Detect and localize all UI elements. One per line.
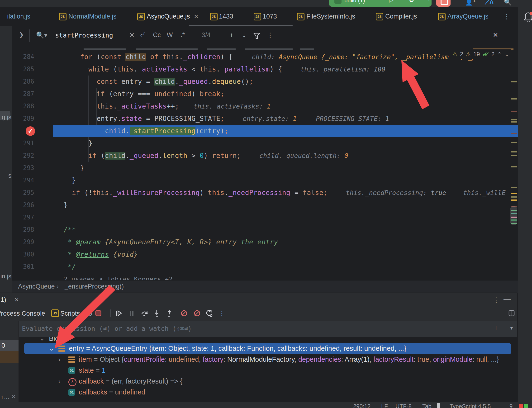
tab-filesysteminfo-js[interactable]: FileSystemInfo.js [306,13,355,20]
frame-row-selected[interactable]: 0 [0,340,18,351]
close-session-icon[interactable]: ✕ [14,297,19,303]
close-search-icon[interactable]: ✕ [493,31,498,39]
next-match-icon[interactable]: ↓ [243,31,246,39]
tab-normalmodule-js[interactable]: NormalModule.js [68,13,117,20]
code-line-297[interactable]: 297 [12,211,518,224]
close-tab-icon[interactable]: ✕ [194,13,199,20]
evaluate-expression-bar[interactable]: Evaluate expression (⏎) or add a watch (… [18,321,517,338]
expand-search-icon[interactable]: ❯ [19,31,24,38]
status-9[interactable]: 9 [509,403,513,408]
chevron-down-icon[interactable]: ⌄ [49,345,54,352]
next-inspection-icon[interactable]: ⌄ [504,51,509,58]
code-line-299[interactable]: 299 * @param {AsyncQueueEntry<T, K, R>} … [12,236,518,248]
breadcrumb-class[interactable]: AsyncQueue [18,283,55,290]
chevron-down-icon[interactable]: ⌄ [39,337,45,342]
debug-tab-scripts[interactable]: Scripts [60,310,80,317]
debug-tab-process-console[interactable]: Process Console [0,310,45,317]
prev-inspection-icon[interactable]: ⌃ [497,51,502,58]
editor-scrollbar-thumb[interactable] [510,206,517,225]
add-user-icon[interactable]: 👤⁺ [465,0,476,6]
code-line-294[interactable]: 294 } [12,174,518,187]
notifications-bell-icon[interactable] [524,11,532,22]
run-configuration-button[interactable]: build (1) ▷ ⚙ ⋮ [329,0,431,7]
stop-icon[interactable] [94,309,103,317]
code-line-301[interactable]: 301 */ [12,261,518,273]
search-toggle-w[interactable]: W [167,31,173,39]
variable-row-callbacks[interactable]: 01callbacks = undefined [18,387,517,398]
search-history-icon[interactable]: 🔍▾ [36,31,47,39]
code-line-298[interactable]: 298/** [12,224,518,236]
code-line-295[interactable]: 295 if (!this._willEnsureProcessing) thi… [12,187,518,199]
step-over-icon[interactable] [140,309,149,317]
collapse-frames-icon[interactable]: ▼ [0,309,2,315]
layout-icon[interactable] [507,309,516,317]
code-line-285[interactable]: 285 while (this._activeTasks < this._par… [12,63,518,76]
search-everywhere-icon[interactable]: 🔍 [504,0,512,6]
pause-icon[interactable] [127,309,136,317]
code-editor[interactable]: 284 for (const child of this._children) … [12,45,518,280]
run-to-cursor-icon[interactable] [205,309,213,317]
variables-tree[interactable]: ⌄ Block ⌄entry = AsyncQueueEntry {item: … [18,337,517,402]
debug-session-tab[interactable]: 1) [0,296,6,304]
usages-inlay[interactable]: 2 usages• Tobias Koppers +2 [12,273,518,280]
code-line-291[interactable]: 291 } [12,137,518,150]
step-into-icon[interactable] [152,309,161,317]
clear-search-icon[interactable]: ✕ [129,31,135,39]
frames-column[interactable]: ▼ 0 ↑… ✕ [0,321,19,402]
code-line-288[interactable]: 288 this._activeTasks++;this._activeTask… [12,100,518,113]
code-line-289[interactable]: 289 entry.state = PROCESSING_STATE;entry… [12,113,518,125]
tab-asyncqueue-js[interactable]: AsyncQueue.js [147,13,190,20]
tab-options-icon[interactable]: ⋮ [504,13,510,20]
tab-1073[interactable]: 1073 [263,13,277,20]
debug-icon[interactable]: ⚙ [409,0,414,3]
variable-row-state[interactable]: 01state = 1 [18,365,517,376]
resume-icon[interactable] [114,309,123,317]
code-line-293[interactable]: 293 } [12,162,518,174]
more-icon[interactable]: ⋮ [218,309,226,317]
code-line-296[interactable]: 296} [12,199,518,211]
code-line-290[interactable]: ✓ child._startProcessing(entry); [12,125,518,137]
newline-icon[interactable]: ⏎ [140,31,146,39]
mute-breakpoints-icon[interactable] [193,309,201,317]
play-icon[interactable]: ▷ [389,0,393,3]
status-lf[interactable]: LF [381,403,388,408]
variable-row-entry[interactable]: ⌄entry = AsyncQueueEntry {item: Object, … [18,343,517,354]
frames-bottom-icons[interactable]: ↑… ✕ [1,393,16,400]
hide-panel-icon[interactable]: — [504,295,511,303]
variable-row-callback[interactable]: ›λcallback = (err, factoryResult) => { [18,376,517,387]
status-tab[interactable]: Tab [422,403,431,408]
filter-icon[interactable] [253,31,260,39]
panel-options-icon[interactable]: ⋮ [493,296,499,304]
add-watch-icon[interactable]: + [494,324,498,332]
status-utf-8[interactable]: UTF-8 [396,403,412,408]
more-icon[interactable]: ⋮ [426,0,431,3]
status-290-12[interactable]: 290:12 [353,403,371,408]
tab-1433[interactable]: 1433 [219,13,233,20]
breadcrumb-method[interactable]: _ensureProcessing() [65,283,124,290]
code-line-300[interactable]: 300 * @returns {void} [12,248,518,261]
breakpoint-icon[interactable]: ✓ [26,126,35,136]
search-toggle-cc[interactable]: Cc [153,31,161,39]
chevron-right-icon[interactable]: › [59,356,60,363]
stop-button[interactable] [436,0,451,7]
previous-match-icon[interactable]: ↑ [230,31,233,39]
chevron-right-icon[interactable]: › [59,378,60,385]
view-breakpoints-icon[interactable] [180,309,188,317]
code-line-292[interactable]: 292 if (child._queued.length > 0) return… [12,150,518,162]
code-line-287[interactable]: 287 if (entry === undefined) break; [12,88,518,100]
tab-ilation-js[interactable]: ilation.js [7,13,30,20]
tab-compiler-js[interactable]: Compiler.js [385,13,417,20]
expand-evaluate-icon[interactable]: ▼ [509,325,514,331]
frame-row-async[interactable] [0,351,18,363]
tab-arrayqueue-js[interactable]: ArrayQueue.js [448,13,489,20]
ai-assistant-icon[interactable]: ⟋A [485,0,494,6]
status-typescript-4-5-5[interactable]: TypeScript 4.5.5 [450,403,491,408]
search-input[interactable] [51,31,118,39]
code-line-284[interactable]: 284 for (const child of this._children) … [12,51,518,63]
search-options-icon[interactable]: ⋮ [267,31,273,39]
rerun-icon[interactable] [85,309,93,317]
code-line-286[interactable]: 286 const entry = child._queued.dequeue(… [12,76,518,88]
inspections-widget[interactable]: ⚠ 2 ⚠ 19 ✔✔ 2 ⌃ ⌄ [450,49,511,59]
step-out-icon[interactable] [165,309,174,317]
variable-row-item[interactable]: ›item = Object {currentProfile: undefine… [18,354,517,365]
